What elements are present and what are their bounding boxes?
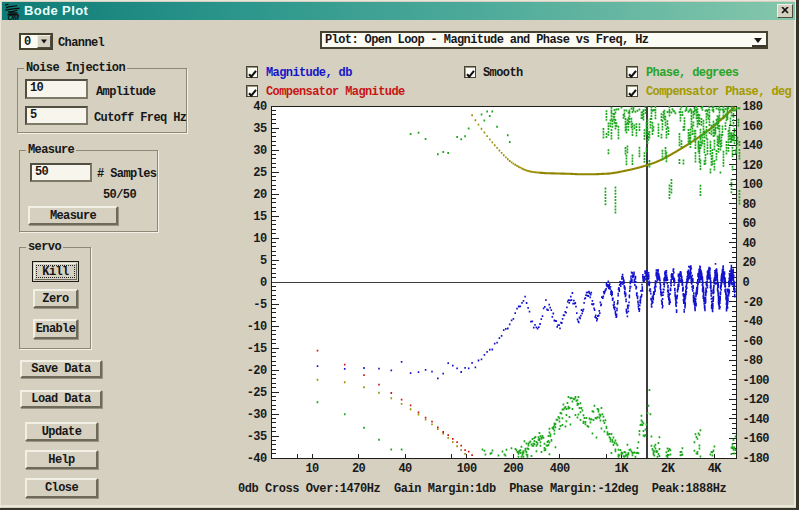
svg-text:30: 30 (253, 144, 267, 158)
svg-text:20: 20 (743, 256, 757, 270)
svg-text:-25: -25 (247, 386, 267, 400)
svg-text:-80: -80 (743, 354, 763, 368)
svg-text:-160: -160 (743, 432, 770, 446)
svg-text:40: 40 (253, 100, 267, 114)
svg-text:-120: -120 (743, 393, 770, 407)
svg-text:100: 100 (457, 462, 477, 476)
svg-text:35: 35 (253, 122, 267, 136)
svg-text:10: 10 (253, 232, 267, 246)
svg-text:120: 120 (743, 159, 763, 173)
svg-text:0: 0 (743, 276, 750, 290)
svg-text:40: 40 (398, 462, 412, 476)
svg-text:-35: -35 (247, 430, 267, 444)
svg-text:0db Cross Over:1470Hz Gain Ma: 0db Cross Over:1470Hz Gain Margin:1db Ph… (238, 482, 726, 496)
svg-text:0: 0 (260, 276, 267, 290)
svg-text:20: 20 (352, 462, 366, 476)
svg-text:5: 5 (260, 254, 267, 268)
svg-text:10: 10 (305, 462, 319, 476)
svg-text:-15: -15 (247, 342, 267, 356)
svg-text:-20: -20 (743, 296, 763, 310)
svg-text:1K: 1K (615, 462, 630, 476)
svg-text:400: 400 (550, 462, 570, 476)
svg-text:100: 100 (743, 178, 763, 192)
svg-text:2K: 2K (661, 462, 676, 476)
svg-text:160: 160 (743, 120, 763, 134)
svg-text:-30: -30 (247, 408, 267, 422)
svg-text:-40: -40 (247, 452, 267, 466)
svg-text:20: 20 (253, 188, 267, 202)
svg-text:4K: 4K (708, 462, 723, 476)
svg-text:-140: -140 (743, 413, 770, 427)
svg-text:-10: -10 (247, 320, 267, 334)
svg-text:200: 200 (503, 462, 523, 476)
svg-text:-40: -40 (743, 315, 763, 329)
svg-text:-20: -20 (247, 364, 267, 378)
svg-text:-60: -60 (743, 335, 763, 349)
svg-text:15: 15 (253, 210, 267, 224)
svg-text:140: 140 (743, 139, 763, 153)
svg-text:-5: -5 (253, 298, 267, 312)
svg-text:-100: -100 (743, 374, 770, 388)
svg-text:80: 80 (743, 198, 757, 212)
svg-text:40: 40 (743, 237, 757, 251)
svg-text:60: 60 (743, 217, 757, 231)
svg-text:180: 180 (743, 100, 763, 114)
svg-text:-180: -180 (743, 452, 770, 466)
svg-text:25: 25 (253, 166, 267, 180)
